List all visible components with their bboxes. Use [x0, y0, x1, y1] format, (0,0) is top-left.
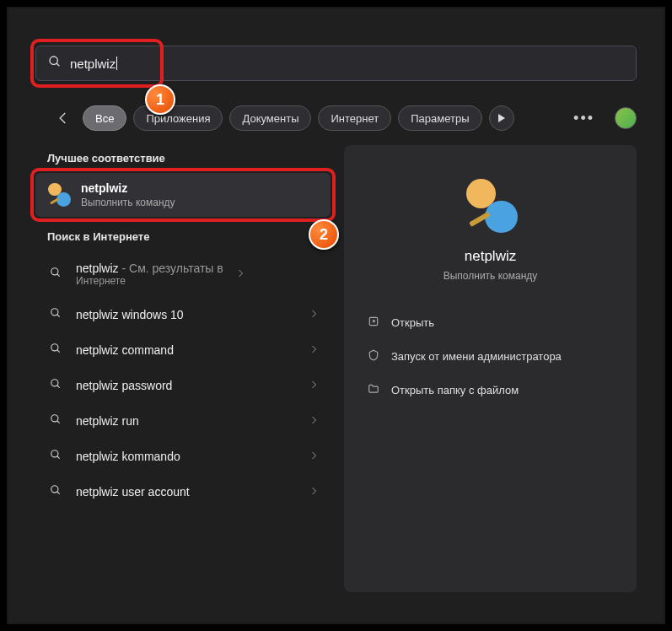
web-result-label: netplwiz command — [76, 343, 297, 357]
chevron-right-icon — [309, 484, 319, 499]
filter-documents[interactable]: Документы — [229, 105, 311, 131]
filter-settings[interactable]: Параметры — [398, 105, 481, 131]
svg-point-15 — [51, 486, 58, 493]
svg-line-6 — [57, 315, 60, 317]
back-button[interactable] — [51, 105, 76, 131]
search-icon — [47, 342, 64, 358]
more-button[interactable]: ••• — [567, 106, 601, 131]
action-label: Открыть — [391, 316, 434, 329]
filter-row: Все Приложения Документы Интернет Параме… — [51, 101, 637, 135]
svg-line-4 — [57, 274, 60, 277]
search-icon — [47, 413, 64, 429]
search-icon — [47, 449, 64, 464]
chevron-right-icon — [309, 449, 319, 464]
netplwiz-icon-large — [464, 179, 518, 233]
action-label: Открыть папку с файлом — [391, 384, 519, 396]
web-result-label: netplwiz user account — [76, 485, 297, 499]
svg-marker-2 — [498, 114, 505, 122]
results-column: Лучшее соответствие netplwiz Выполнить к… — [35, 145, 331, 607]
search-bar[interactable]: netplwiz — [35, 46, 637, 81]
annotation-marker-2: 2 — [309, 219, 339, 250]
action-open-folder[interactable]: Открыть папку с файлом — [359, 373, 621, 407]
web-result-label: netplwiz - См. результаты в — [76, 262, 223, 275]
annotation-marker-1: 1 — [145, 84, 175, 115]
detail-panel: netplwiz Выполнить команду Открыть Запус… — [344, 145, 637, 592]
svg-point-7 — [51, 344, 58, 351]
web-result-label: netplwiz run — [76, 414, 297, 428]
action-run-as-admin[interactable]: Запуск от имени администратора — [359, 339, 621, 373]
web-result[interactable]: netplwiz run — [35, 403, 331, 439]
detail-title: netplwiz — [344, 248, 637, 265]
chevron-right-icon — [309, 307, 319, 322]
best-match-subtitle: Выполнить команду — [81, 197, 175, 208]
best-match-result[interactable]: netplwiz Выполнить команду — [35, 173, 331, 217]
web-result-sub: Интернете — [76, 275, 223, 287]
web-result[interactable]: netplwiz kommando — [35, 439, 331, 474]
filter-all[interactable]: Все — [83, 105, 126, 131]
section-best-match: Лучшее соответствие — [35, 145, 331, 173]
chevron-right-icon — [309, 342, 319, 358]
web-result-more[interactable]: netplwiz - См. результаты в Интернете — [35, 251, 331, 297]
web-result[interactable]: netplwiz password — [35, 368, 331, 403]
svg-line-12 — [57, 421, 60, 423]
web-result-label: netplwiz password — [76, 379, 297, 392]
search-icon — [47, 378, 64, 393]
search-icon — [47, 267, 64, 282]
svg-line-8 — [57, 350, 60, 353]
netplwiz-icon — [47, 183, 71, 207]
filter-label: Параметры — [411, 112, 469, 125]
chevron-right-icon — [235, 267, 245, 282]
filter-label: Интернет — [331, 112, 379, 125]
web-result[interactable]: netplwiz command — [35, 332, 331, 368]
svg-point-3 — [51, 268, 58, 275]
folder-icon — [366, 383, 381, 397]
search-icon — [47, 484, 64, 499]
svg-point-13 — [51, 450, 58, 457]
section-web-search: Поиск в Интернете — [35, 224, 331, 251]
filter-label: Документы — [242, 112, 298, 125]
web-result[interactable]: netplwiz user account — [35, 474, 331, 510]
best-match-title: netplwiz — [81, 181, 175, 195]
play-button[interactable] — [489, 105, 514, 131]
svg-point-11 — [51, 415, 58, 422]
chevron-right-icon — [309, 413, 319, 429]
svg-point-9 — [51, 380, 58, 386]
detail-subtitle: Выполнить команду — [344, 270, 637, 282]
filter-label: Все — [95, 112, 114, 125]
svg-line-14 — [57, 456, 60, 459]
svg-line-16 — [57, 492, 60, 494]
search-icon — [47, 307, 64, 322]
annotation-highlight-2 — [30, 168, 336, 222]
shield-icon — [366, 349, 381, 364]
web-result-label: netplwiz windows 10 — [76, 308, 297, 321]
chevron-right-icon — [309, 378, 319, 393]
web-result-label: netplwiz kommando — [76, 450, 297, 463]
filter-internet[interactable]: Интернет — [318, 105, 391, 131]
svg-line-10 — [57, 386, 60, 388]
filter-apps[interactable]: Приложения — [133, 105, 223, 131]
open-icon — [366, 316, 381, 330]
user-avatar[interactable] — [615, 107, 637, 129]
action-label: Запуск от имени администратора — [391, 350, 562, 363]
web-result[interactable]: netplwiz windows 10 — [35, 297, 331, 332]
action-open[interactable]: Открыть — [359, 305, 621, 339]
svg-point-5 — [51, 309, 58, 316]
